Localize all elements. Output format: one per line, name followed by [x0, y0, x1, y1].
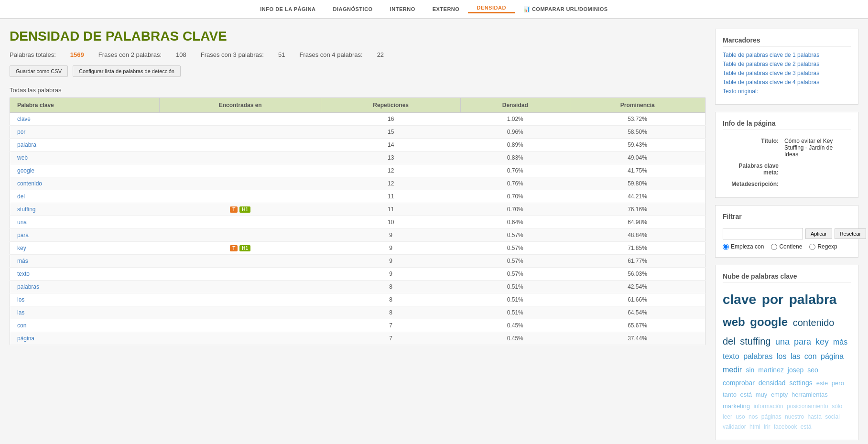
kw-meta-val — [782, 161, 850, 178]
nav-interno[interactable]: INTERNO — [381, 6, 424, 12]
keyword-link[interactable]: del — [17, 193, 25, 200]
nav-externo[interactable]: EXTERNO — [424, 6, 468, 12]
table-row: stuffingTH1110.70%76.16% — [10, 203, 705, 216]
radio-empieza-con[interactable]: Empieza con — [723, 243, 764, 250]
cloud-word: nos — [749, 413, 760, 420]
phrases3-label: Frases con 3 palabras: — [201, 51, 264, 58]
right-sidebar: Marcadores Table de palabras clave de 1 … — [715, 29, 858, 444]
nav-info[interactable]: INFO DE LA PÁGINA — [251, 6, 324, 12]
keyword-link[interactable]: los — [17, 296, 24, 303]
cloud-word: marketing — [723, 402, 752, 410]
badge-t: T — [230, 245, 238, 251]
cloud-word: muy — [756, 391, 769, 398]
cloud-word: settings — [790, 379, 814, 387]
filtrar-title: Filtrar — [723, 213, 851, 223]
cloud-word: herramientas — [792, 391, 828, 398]
cloud-word: facebook — [774, 423, 799, 430]
link-kw3[interactable]: Table de palabras clave de 3 palabras — [723, 70, 851, 76]
configure-button[interactable]: Configurar lista de palabras de detecció… — [73, 65, 181, 77]
table-row: del110.70%44.21% — [10, 190, 705, 203]
titulo-val: Cómo evitar el Key Stuffing - Jardín de … — [782, 136, 850, 160]
word-cloud-title: Nube de palabras clave — [723, 272, 851, 283]
nav-comparar[interactable]: 📊 COMPARAR URL/DOMINIOS — [515, 6, 617, 12]
table-row: página70.45%37.44% — [10, 332, 705, 345]
apply-filter-button[interactable]: Aplicar — [805, 228, 832, 239]
page-info-section: Info de la página Título: Cómo evitar el… — [715, 112, 858, 198]
kw-meta-label: Palabras clave meta: — [724, 161, 781, 178]
table-row: las80.51%64.54% — [10, 306, 705, 319]
keyword-link[interactable]: google — [17, 167, 34, 174]
total-words-label: Palabras totales: — [10, 51, 56, 58]
cloud-word: josep — [788, 366, 805, 374]
cloud-word: hasta — [807, 413, 823, 420]
keyword-link[interactable]: contenido — [17, 180, 42, 187]
word-cloud: clave por palabra web google contenido d… — [723, 288, 851, 433]
cloud-word: página — [821, 352, 844, 360]
cloud-word: leer — [723, 413, 734, 420]
badge-h1: H1 — [239, 245, 250, 251]
table-row: contenido120.76%59.80% — [10, 177, 705, 190]
cloud-word: medir — [723, 366, 744, 374]
reset-filter-button[interactable]: Resetear — [835, 228, 867, 239]
phrases4-val: 22 — [377, 51, 384, 58]
cloud-word: pero — [832, 379, 844, 387]
save-csv-button[interactable]: Guardar como CSV — [10, 65, 68, 77]
cloud-word: lrir — [764, 423, 772, 430]
keyword-link[interactable]: para — [17, 232, 29, 238]
keyword-link[interactable]: key — [17, 245, 26, 251]
top-nav: INFO DE LA PÁGINA DIAGNÓSTICO INTERNO EX… — [0, 0, 868, 19]
col-density: Densidad — [460, 98, 570, 113]
table-header-row: Palabra clave Encontradas en Repeticione… — [10, 98, 705, 113]
phrases4-label: Frases con 4 palabras: — [299, 51, 362, 58]
keyword-link[interactable]: una — [17, 219, 27, 226]
nav-densidad[interactable]: DENSIDAD — [468, 5, 514, 13]
table-row: clave161.02%53.72% — [10, 113, 705, 126]
keyword-link[interactable]: más — [17, 258, 28, 264]
cloud-word: validador — [723, 423, 748, 430]
link-kw4[interactable]: Table de palabras clave de 4 palabras — [723, 79, 851, 86]
keyword-link[interactable]: las — [17, 309, 24, 316]
col-reps: Repeticiones — [321, 98, 461, 113]
cloud-word: más — [833, 338, 847, 346]
filter-input-row: Aplicar Resetear — [723, 228, 851, 239]
cloud-word: palabra — [789, 292, 837, 307]
table-row: web130.83%49.04% — [10, 152, 705, 164]
radio-contiene[interactable]: Contiene — [771, 243, 802, 250]
table-row: los80.51%61.66% — [10, 293, 705, 306]
btn-row: Guardar como CSV Configurar lista de pal… — [10, 65, 705, 77]
cloud-word: texto — [723, 352, 741, 360]
keyword-link[interactable]: palabra — [17, 141, 36, 148]
stats-bar: Palabras totales: 1569 Frases con 2 pala… — [10, 51, 705, 58]
cloud-word: palabras — [743, 352, 775, 360]
keyword-link[interactable]: página — [17, 335, 34, 342]
col-prominence: Prominencia — [570, 98, 705, 113]
keyword-link[interactable]: clave — [17, 116, 31, 122]
keyword-link[interactable]: texto — [17, 271, 30, 277]
link-kw2[interactable]: Table de palabras clave de 2 palabras — [723, 61, 851, 67]
cloud-word: con — [804, 352, 819, 360]
table-row: palabra140.89%59.43% — [10, 139, 705, 152]
keyword-link[interactable]: palabras — [17, 283, 39, 290]
keyword-link[interactable]: por — [17, 129, 25, 135]
phrases2-val: 108 — [176, 51, 186, 58]
keyword-link[interactable]: web — [17, 154, 28, 161]
col-found: Encontradas en — [160, 98, 321, 113]
keyword-link[interactable]: con — [17, 322, 26, 329]
keyword-link[interactable]: stuffing — [17, 206, 35, 213]
section-heading: Todas las palabras — [10, 87, 705, 94]
cloud-word: densidad — [759, 379, 788, 387]
cloud-word: nuestro — [785, 413, 805, 420]
nav-diagnostico[interactable]: DIAGNÓSTICO — [325, 6, 381, 12]
page-title: DENSIDAD DE PALABRAS CLAVE — [10, 29, 705, 44]
table-row: palabras80.51%42.54% — [10, 281, 705, 293]
phrases3-val: 51 — [278, 51, 285, 58]
cloud-word: para — [794, 337, 814, 347]
radio-regexp[interactable]: Regexp — [809, 243, 837, 250]
page-info-kw-row: Palabras clave meta: — [724, 161, 850, 178]
cloud-word: este — [816, 379, 830, 387]
page-info-table: Título: Cómo evitar el Key Stuffing - Ja… — [723, 135, 851, 190]
link-texto-original[interactable]: Texto original: — [723, 88, 851, 95]
filter-input[interactable] — [723, 228, 803, 239]
cloud-word: web — [723, 315, 748, 328]
link-kw1[interactable]: Table de palabras clave de 1 palabras — [723, 52, 851, 58]
